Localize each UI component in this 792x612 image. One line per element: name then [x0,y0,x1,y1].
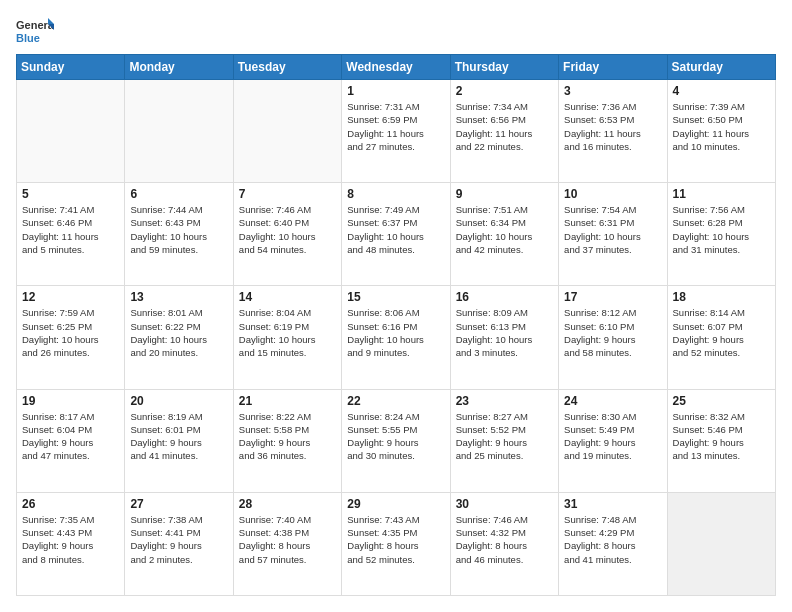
day-info: Sunrise: 8:27 AM Sunset: 5:52 PM Dayligh… [456,410,553,463]
day-info: Sunrise: 7:36 AM Sunset: 6:53 PM Dayligh… [564,100,661,153]
day-number: 27 [130,497,227,511]
day-info: Sunrise: 8:06 AM Sunset: 6:16 PM Dayligh… [347,306,444,359]
day-number: 30 [456,497,553,511]
day-number: 21 [239,394,336,408]
calendar-cell: 28Sunrise: 7:40 AM Sunset: 4:38 PM Dayli… [233,492,341,595]
calendar-cell [233,80,341,183]
calendar-cell: 3Sunrise: 7:36 AM Sunset: 6:53 PM Daylig… [559,80,667,183]
day-number: 4 [673,84,770,98]
weekday-header-row: SundayMondayTuesdayWednesdayThursdayFrid… [17,55,776,80]
calendar-cell: 10Sunrise: 7:54 AM Sunset: 6:31 PM Dayli… [559,183,667,286]
day-number: 1 [347,84,444,98]
day-number: 15 [347,290,444,304]
day-number: 10 [564,187,661,201]
week-row-4: 19Sunrise: 8:17 AM Sunset: 6:04 PM Dayli… [17,389,776,492]
calendar-cell: 4Sunrise: 7:39 AM Sunset: 6:50 PM Daylig… [667,80,775,183]
day-info: Sunrise: 7:48 AM Sunset: 4:29 PM Dayligh… [564,513,661,566]
calendar-cell: 2Sunrise: 7:34 AM Sunset: 6:56 PM Daylig… [450,80,558,183]
day-info: Sunrise: 8:17 AM Sunset: 6:04 PM Dayligh… [22,410,119,463]
calendar-cell: 12Sunrise: 7:59 AM Sunset: 6:25 PM Dayli… [17,286,125,389]
day-number: 23 [456,394,553,408]
day-info: Sunrise: 8:09 AM Sunset: 6:13 PM Dayligh… [456,306,553,359]
day-info: Sunrise: 8:04 AM Sunset: 6:19 PM Dayligh… [239,306,336,359]
week-row-3: 12Sunrise: 7:59 AM Sunset: 6:25 PM Dayli… [17,286,776,389]
day-number: 18 [673,290,770,304]
calendar-cell: 23Sunrise: 8:27 AM Sunset: 5:52 PM Dayli… [450,389,558,492]
day-info: Sunrise: 7:46 AM Sunset: 6:40 PM Dayligh… [239,203,336,256]
calendar-cell: 7Sunrise: 7:46 AM Sunset: 6:40 PM Daylig… [233,183,341,286]
day-info: Sunrise: 8:30 AM Sunset: 5:49 PM Dayligh… [564,410,661,463]
day-info: Sunrise: 7:43 AM Sunset: 4:35 PM Dayligh… [347,513,444,566]
day-number: 31 [564,497,661,511]
day-number: 11 [673,187,770,201]
day-number: 29 [347,497,444,511]
calendar-cell: 31Sunrise: 7:48 AM Sunset: 4:29 PM Dayli… [559,492,667,595]
day-number: 22 [347,394,444,408]
week-row-2: 5Sunrise: 7:41 AM Sunset: 6:46 PM Daylig… [17,183,776,286]
day-info: Sunrise: 7:39 AM Sunset: 6:50 PM Dayligh… [673,100,770,153]
day-number: 6 [130,187,227,201]
calendar-cell: 30Sunrise: 7:46 AM Sunset: 4:32 PM Dayli… [450,492,558,595]
calendar-cell: 29Sunrise: 7:43 AM Sunset: 4:35 PM Dayli… [342,492,450,595]
day-number: 3 [564,84,661,98]
day-number: 14 [239,290,336,304]
day-info: Sunrise: 8:19 AM Sunset: 6:01 PM Dayligh… [130,410,227,463]
day-info: Sunrise: 7:38 AM Sunset: 4:41 PM Dayligh… [130,513,227,566]
day-number: 8 [347,187,444,201]
week-row-5: 26Sunrise: 7:35 AM Sunset: 4:43 PM Dayli… [17,492,776,595]
calendar-cell [17,80,125,183]
calendar-cell: 18Sunrise: 8:14 AM Sunset: 6:07 PM Dayli… [667,286,775,389]
calendar-cell: 1Sunrise: 7:31 AM Sunset: 6:59 PM Daylig… [342,80,450,183]
header: General Blue [16,16,776,46]
calendar-cell: 5Sunrise: 7:41 AM Sunset: 6:46 PM Daylig… [17,183,125,286]
weekday-header-sunday: Sunday [17,55,125,80]
calendar-cell: 16Sunrise: 8:09 AM Sunset: 6:13 PM Dayli… [450,286,558,389]
day-info: Sunrise: 7:56 AM Sunset: 6:28 PM Dayligh… [673,203,770,256]
calendar-cell: 19Sunrise: 8:17 AM Sunset: 6:04 PM Dayli… [17,389,125,492]
calendar-cell [125,80,233,183]
calendar-cell: 6Sunrise: 7:44 AM Sunset: 6:43 PM Daylig… [125,183,233,286]
day-number: 25 [673,394,770,408]
logo: General Blue [16,16,54,46]
weekday-header-tuesday: Tuesday [233,55,341,80]
weekday-header-thursday: Thursday [450,55,558,80]
page: General Blue SundayMondayTuesdayWednesda… [0,0,792,612]
weekday-header-monday: Monday [125,55,233,80]
day-number: 20 [130,394,227,408]
day-info: Sunrise: 8:12 AM Sunset: 6:10 PM Dayligh… [564,306,661,359]
day-info: Sunrise: 7:49 AM Sunset: 6:37 PM Dayligh… [347,203,444,256]
weekday-header-friday: Friday [559,55,667,80]
day-number: 26 [22,497,119,511]
day-number: 9 [456,187,553,201]
day-info: Sunrise: 8:24 AM Sunset: 5:55 PM Dayligh… [347,410,444,463]
day-number: 5 [22,187,119,201]
day-info: Sunrise: 7:31 AM Sunset: 6:59 PM Dayligh… [347,100,444,153]
calendar-cell [667,492,775,595]
day-number: 2 [456,84,553,98]
day-number: 16 [456,290,553,304]
calendar-cell: 11Sunrise: 7:56 AM Sunset: 6:28 PM Dayli… [667,183,775,286]
calendar-cell: 22Sunrise: 8:24 AM Sunset: 5:55 PM Dayli… [342,389,450,492]
day-info: Sunrise: 7:34 AM Sunset: 6:56 PM Dayligh… [456,100,553,153]
day-info: Sunrise: 7:41 AM Sunset: 6:46 PM Dayligh… [22,203,119,256]
day-info: Sunrise: 7:40 AM Sunset: 4:38 PM Dayligh… [239,513,336,566]
weekday-header-wednesday: Wednesday [342,55,450,80]
calendar-cell: 13Sunrise: 8:01 AM Sunset: 6:22 PM Dayli… [125,286,233,389]
calendar-cell: 20Sunrise: 8:19 AM Sunset: 6:01 PM Dayli… [125,389,233,492]
day-info: Sunrise: 8:14 AM Sunset: 6:07 PM Dayligh… [673,306,770,359]
calendar-cell: 14Sunrise: 8:04 AM Sunset: 6:19 PM Dayli… [233,286,341,389]
day-info: Sunrise: 8:32 AM Sunset: 5:46 PM Dayligh… [673,410,770,463]
day-info: Sunrise: 7:44 AM Sunset: 6:43 PM Dayligh… [130,203,227,256]
weekday-header-saturday: Saturday [667,55,775,80]
calendar-cell: 15Sunrise: 8:06 AM Sunset: 6:16 PM Dayli… [342,286,450,389]
day-number: 28 [239,497,336,511]
calendar-cell: 27Sunrise: 7:38 AM Sunset: 4:41 PM Dayli… [125,492,233,595]
day-info: Sunrise: 7:35 AM Sunset: 4:43 PM Dayligh… [22,513,119,566]
day-number: 7 [239,187,336,201]
day-number: 24 [564,394,661,408]
svg-text:Blue: Blue [16,32,40,44]
calendar-cell: 24Sunrise: 8:30 AM Sunset: 5:49 PM Dayli… [559,389,667,492]
day-number: 13 [130,290,227,304]
day-info: Sunrise: 8:01 AM Sunset: 6:22 PM Dayligh… [130,306,227,359]
calendar-cell: 21Sunrise: 8:22 AM Sunset: 5:58 PM Dayli… [233,389,341,492]
